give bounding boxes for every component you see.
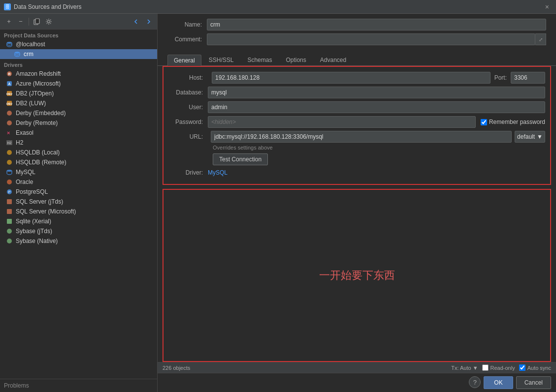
driver-link[interactable]: MySQL	[208, 169, 228, 176]
driver-db2-jtopen[interactable]: DB2 DB2 (JTOpen)	[0, 89, 157, 98]
objects-count: 226 objects	[163, 365, 190, 371]
crm-label: crm	[24, 51, 33, 58]
toolbar-nav	[131, 17, 153, 27]
driver-sqlite[interactable]: Sqlite (Xerial)	[0, 216, 157, 226]
driver-label: Amazon Redshift	[16, 70, 61, 77]
driver-amazon-redshift[interactable]: R Amazon Redshift	[0, 69, 157, 79]
driver-derby-embedded[interactable]: Derby (Embedded)	[0, 108, 157, 118]
svg-rect-24	[7, 199, 12, 204]
user-input[interactable]	[208, 101, 545, 113]
host-input[interactable]	[212, 72, 491, 84]
drivers-section: Drivers R Amazon Redshift A Azure (Micro…	[0, 59, 157, 379]
driver-label: SQL Server (jTds)	[16, 198, 63, 205]
ok-button[interactable]: OK	[484, 376, 513, 389]
driver-label: DB2 (JTOpen)	[16, 90, 54, 97]
svg-text:DB2: DB2	[6, 102, 13, 105]
nav-back-button[interactable]	[131, 17, 141, 27]
url-label: URL:	[168, 133, 208, 140]
sql-jtds-icon	[6, 198, 13, 205]
svg-point-3	[7, 42, 12, 44]
dropdown-arrow-icon: ▼	[537, 133, 543, 140]
tab-ssh-ssl[interactable]: SSH/SSL	[202, 54, 240, 65]
h2-icon: H2	[6, 139, 13, 146]
tx-select[interactable]: Tx: Auto ▼	[451, 365, 478, 371]
remove-button[interactable]: −	[16, 17, 26, 27]
driver-azure[interactable]: A Azure (Microsoft)	[0, 79, 157, 89]
url-type-dropdown[interactable]: default ▼	[515, 131, 545, 143]
database-input[interactable]	[208, 87, 545, 98]
sidebar-item-localhost[interactable]: @localhost	[0, 39, 157, 49]
driver-label: Exasol	[16, 129, 33, 136]
pg-icon: P	[6, 188, 13, 195]
readonly-check[interactable]: Read-only	[482, 364, 515, 371]
driver-label: Derby (Embedded)	[16, 110, 65, 117]
remember-password-checkbox[interactable]	[481, 119, 487, 125]
host-label: Host:	[168, 74, 208, 81]
autosync-checkbox[interactable]	[519, 364, 525, 371]
name-input[interactable]	[207, 19, 546, 30]
copy-button[interactable]	[32, 17, 42, 27]
tab-advanced[interactable]: Advanced	[314, 54, 353, 65]
driver-sybase-native[interactable]: Sybase (Native)	[0, 236, 157, 246]
password-input[interactable]	[208, 116, 476, 128]
readonly-checkbox[interactable]	[482, 364, 489, 371]
driver-hsqldb-local[interactable]: HSQLDB (Local)	[0, 148, 157, 157]
driver-postgresql[interactable]: P PostgreSQL	[0, 187, 157, 197]
bottom-buttons: ? OK Cancel	[158, 373, 556, 392]
toolbar-separator	[29, 18, 29, 26]
remember-password-check[interactable]: Remember password	[481, 119, 545, 125]
remember-password-label: Remember password	[489, 119, 545, 125]
port-input[interactable]	[511, 72, 545, 84]
tab-general[interactable]: General	[167, 55, 201, 66]
autosync-label: Auto sync	[527, 365, 551, 371]
close-button[interactable]: ×	[542, 2, 552, 12]
help-button[interactable]: ?	[469, 376, 481, 388]
svg-point-2	[48, 20, 50, 23]
driver-hsqldb-remote[interactable]: HSQLDB (Remote)	[0, 157, 157, 167]
tabs-bar: General SSH/SSL Schemas Options Advanced	[158, 54, 556, 66]
settings-button[interactable]	[44, 17, 54, 27]
driver-db2-luw[interactable]: DB2 DB2 (LUW)	[0, 98, 157, 108]
url-input[interactable]	[211, 131, 512, 143]
driver-label: HSQLDB (Remote)	[16, 159, 66, 166]
autosync-check[interactable]: Auto sync	[519, 364, 551, 371]
driver-oracle[interactable]: Oracle	[0, 177, 157, 187]
tab-options[interactable]: Options	[279, 54, 312, 65]
driver-label: Sybase (Native)	[16, 238, 58, 244]
driver-sybase-jtds[interactable]: Sybase (jTds)	[0, 226, 157, 236]
driver-label: PostgreSQL	[16, 188, 48, 195]
svg-point-21	[7, 180, 12, 184]
localhost-label: @localhost	[16, 41, 45, 48]
driver-derby-remote[interactable]: Derby (Remote)	[0, 118, 157, 128]
driver-sqlserver-jtds[interactable]: SQL Server (jTds)	[0, 197, 157, 207]
add-button[interactable]: +	[4, 17, 14, 27]
comment-input[interactable]	[207, 33, 535, 45]
sidebar-item-crm[interactable]: crm	[0, 49, 157, 59]
db2-luw-icon: DB2	[6, 100, 13, 107]
derby-icon	[6, 110, 13, 117]
svg-point-20	[7, 170, 12, 172]
svg-rect-26	[7, 219, 12, 224]
problems-label: Problems	[4, 382, 29, 389]
driver-mysql[interactable]: MySQL	[0, 167, 157, 177]
driver-label: Oracle	[16, 179, 33, 185]
title-bar-text: Data Sources and Drivers	[14, 3, 542, 10]
comment-expand-button[interactable]: ⤢	[535, 33, 546, 45]
comment-label: Comment:	[167, 36, 207, 43]
password-row: Password: Remember password	[168, 116, 545, 128]
toolbar: + −	[0, 14, 157, 30]
nav-forward-button[interactable]	[143, 17, 153, 27]
driver-h2[interactable]: H2 H2	[0, 138, 157, 148]
tab-schemas[interactable]: Schemas	[241, 54, 278, 65]
driver-exasol[interactable]: × Exasol	[0, 128, 157, 138]
database-label: Database:	[168, 89, 208, 96]
cancel-button[interactable]: Cancel	[516, 376, 551, 389]
driver-label: H2	[16, 139, 23, 146]
test-connection-button[interactable]: Test Connection	[213, 153, 268, 165]
tx-label: Tx: Auto	[451, 365, 471, 371]
driver-sqlserver-microsoft[interactable]: SQL Server (Microsoft)	[0, 207, 157, 216]
driver-label: Azure (Microsoft)	[16, 80, 61, 87]
problems-bar[interactable]: Problems	[0, 379, 157, 392]
svg-point-14	[7, 121, 12, 125]
port-label: Port:	[494, 74, 507, 81]
